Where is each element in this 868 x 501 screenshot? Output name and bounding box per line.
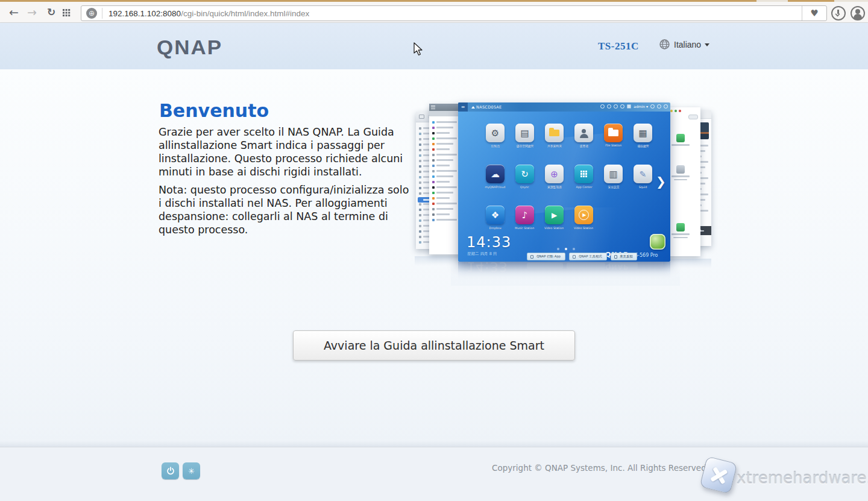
row-text-decor (436, 192, 453, 194)
dot-red (679, 110, 681, 112)
account-body (854, 14, 862, 19)
device-icon (614, 104, 618, 109)
apps-grid-icon[interactable] (63, 9, 70, 16)
row-text-decor (436, 148, 450, 150)
app-label: File Station (605, 144, 621, 148)
app-glyph: ✎ (640, 169, 647, 179)
app-tile-icon: ♪ (515, 206, 534, 224)
list-row-decor (432, 130, 461, 136)
url-path: /cgi-bin/quick/html/index.html#index (181, 9, 309, 18)
app-glyph: ▥ (609, 169, 617, 180)
avatar (627, 104, 631, 109)
qts-desktop-window: ≡ NASCD05AE admin ▾ ⚙控制台▤儲存空間總管共享資料夾使用者F… (458, 102, 670, 262)
row-bullet (419, 176, 421, 178)
url-text[interactable]: 192.168.1.102:8080/cgi-bin/quick/html/in… (108, 9, 309, 18)
mouse-cursor (414, 42, 427, 57)
account-icon[interactable] (851, 6, 865, 20)
logged-in-user: admin ▾ (634, 104, 648, 109)
dot-active (565, 248, 567, 250)
row-bullet (419, 192, 421, 195)
row-bullet (419, 165, 421, 168)
app-label: 資源監視器 (547, 185, 562, 189)
app-tile-icon (574, 124, 593, 142)
row-text-decor (436, 181, 450, 183)
start-smart-installation-button[interactable]: Avviare la Guida allinstallazione Smart (293, 330, 575, 361)
app-tile-icon (604, 124, 623, 142)
forward-button[interactable]: → (24, 4, 40, 20)
main-menu-icon: ≡ (458, 102, 468, 112)
app-label: 控制台 (491, 144, 499, 148)
page-footer: ✳ Copyright © QNAP Systems, Inc. All Rig… (0, 447, 868, 501)
row-text-decor (436, 159, 453, 161)
qts-dock-button: QNAP 行動 App (527, 253, 565, 260)
row-bullet (432, 219, 435, 221)
clock-icon (607, 104, 611, 109)
row-bullet (432, 165, 435, 167)
restart-button[interactable]: ✳ (183, 462, 200, 479)
qts-top-bar-icons: admin ▾ (600, 104, 668, 109)
row-bullet (432, 121, 435, 124)
list-row-decor (432, 163, 461, 168)
language-selector[interactable]: Italiano (659, 39, 709, 49)
app-label: myQNAPcloud (485, 185, 505, 189)
app-label: 使用者 (579, 144, 588, 148)
app-chip-green2 (671, 223, 690, 238)
app-chip-gray (671, 165, 690, 180)
page: ← → ↻ ⊕ 192.168.1.102:8080/cgi-bin/quick… (0, 0, 868, 501)
row-text-decor (436, 165, 450, 166)
app-tile-icon: ↻ (515, 165, 534, 183)
back-button[interactable]: ← (6, 4, 22, 20)
app-label: 安全設置 (608, 185, 619, 189)
row-text-decor (436, 132, 450, 134)
toolbar-pill-decor (688, 115, 698, 119)
app-row-2: ☁myQNAPcloud↻Qsync⊕資源監視器App Center▥安全設置✎… (458, 165, 670, 190)
row-bullet (432, 208, 435, 210)
qts-app-icon: ♪Music Station (510, 206, 539, 230)
row-text-decor (436, 121, 457, 123)
power-button[interactable] (162, 462, 179, 479)
bookmark-heart-icon[interactable]: ♥ (802, 6, 826, 20)
downloads-icon[interactable] (831, 6, 846, 20)
row-bullet (432, 132, 435, 134)
address-bar[interactable]: ⊕ 192.168.1.102:8080/cgi-bin/quick/html/… (81, 5, 827, 21)
settings-icon (664, 104, 668, 109)
desktop-clock: 14:33 (467, 234, 511, 251)
list-row-decor (432, 119, 461, 125)
app-list-decor (432, 119, 461, 222)
reflection-fadeout (451, 262, 680, 286)
qts-app-icon: ☁myQNAPcloud (480, 165, 510, 190)
row-bullet (419, 127, 421, 130)
site-info-icon[interactable]: ⊕ (86, 8, 97, 19)
dock-button-label: QNAP 行動 App (536, 254, 561, 259)
dot (557, 248, 559, 250)
apps-grid-dots (63, 9, 64, 11)
url-host: 192.168.1.102:8080 (108, 9, 181, 18)
row-text-decor (436, 127, 453, 128)
row-bullet (419, 203, 421, 206)
row-bullet (432, 186, 435, 189)
app-label: Video Station (574, 226, 593, 230)
row-bullet (432, 154, 435, 156)
list-row-decor (432, 195, 461, 201)
window-icon (419, 115, 424, 119)
dot-green (675, 110, 677, 112)
watermark: xtremehardware.com (698, 458, 868, 500)
nas-model-label: TS-251C (598, 40, 639, 52)
dock-button-label: 意見反饋 (620, 254, 634, 259)
row-bullet (419, 133, 421, 135)
list-row-decor (432, 206, 461, 212)
qts-app-icon: ▥安全設置 (599, 165, 628, 190)
row-bullet (432, 192, 435, 194)
row-bullet (419, 181, 421, 184)
qts-app-icon: ▶Video Station (539, 206, 569, 230)
desktop-date: 星期二 四月 8 日 (467, 251, 497, 257)
app-glyph: ♪ (522, 210, 528, 221)
row-bullet (432, 137, 435, 140)
page-header: QNAP TS-251C Italiano (0, 23, 868, 69)
app-glyph-shape (579, 129, 590, 137)
qts-app-icon: ▶Video Station (569, 206, 599, 230)
reload-button[interactable]: ↻ (43, 4, 59, 20)
row-bullet (419, 154, 421, 157)
info-icon (620, 104, 624, 109)
row-text-decor (436, 208, 453, 210)
